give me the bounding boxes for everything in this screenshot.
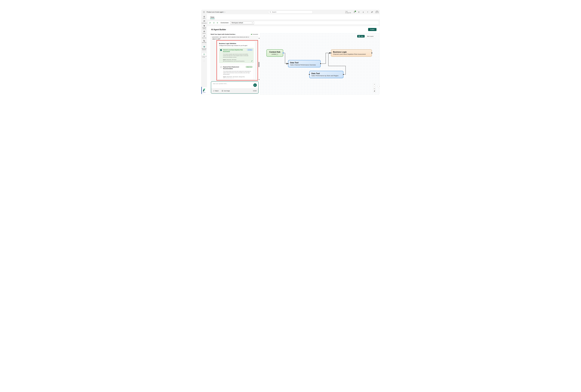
tab-selected-indicator [210,18,214,19]
publish-button[interactable]: Publish [368,28,376,31]
connection-status: Connected [251,34,258,35]
app-window: Product out of stock agent Trial: 56 day… [201,10,380,94]
chat-input-footer: Attach Use Image 0/1500 [211,88,258,93]
sidebar-item-workloads[interactable]: Workloads [202,40,207,43]
attach-button[interactable]: Attach [213,90,218,92]
home-icon [203,15,205,17]
top-bar-left: Product out of stock agent [201,11,226,13]
image-icon [222,90,223,92]
app-launcher-icon[interactable] [203,11,205,13]
notification-badge: 1 [355,10,356,12]
app-title-dropdown[interactable]: Product out of stock agent [206,11,226,13]
auto-layout-button[interactable]: Auto Layout [366,35,375,37]
save-button[interactable]: Save [357,35,365,37]
screenshot-root: Product out of stock agent Trial: 56 day… [200,0,382,102]
scrollbar-thumb[interactable] [258,62,259,67]
environment-row: Environment Workspace default [207,20,380,25]
question-icon: ? [367,11,368,13]
char-counter: 0/1500 [253,90,256,91]
help-button[interactable]: ? [366,11,368,13]
lock-button[interactable] [373,90,376,92]
module-checkbox-checked[interactable] [220,49,222,51]
sidebar-item-home[interactable]: Home [202,15,207,19]
feedback-button[interactable] [371,11,373,13]
chat-scroll-region[interactable]: parameters" say "approve" when satisfied… [210,36,258,81]
use-image-button[interactable]: Use Image [222,90,230,92]
search-input[interactable] [272,11,312,13]
node-context-hub[interactable]: Context Hub context_1 [266,49,283,57]
chevron-down-icon [224,11,226,13]
top-bar: Product out of stock agent Trial: 56 day… [201,10,380,14]
app-title: Product out of stock agent [206,11,224,13]
panel-title: Build Your Agent with Guided Interface [211,33,236,35]
node-data-tool-1[interactable]: Data Tool Sales Channel Performance Over… [288,60,320,67]
realtime-icon [203,35,205,37]
zoom-in-button[interactable]: + [373,83,376,85]
fit-view-button[interactable] [373,88,376,90]
node-data-tool-2[interactable]: Data Tool Sales Performance by Store and… [309,71,343,78]
module-inputs: Inputs: @StartDateID, @EndDateID, @Regio… [223,76,247,78]
workspaces-icon [203,20,205,22]
module-description: This module evaluates sales trends by ch… [223,53,252,58]
tab-home[interactable]: Home [208,16,216,20]
module-regional-replacement[interactable]: Regional Stock Replacement Recommendatio… [219,65,254,79]
fabric-logo-icon [203,88,205,91]
chevron-down-icon [252,22,253,23]
sidebar-item-product-out-of-stock-agent[interactable]: Product out of stock ... [202,53,206,58]
nav-rail: Home Workspaces OneLake catalog Monitor … [201,14,207,94]
environment-dropdown[interactable]: Workspace default [230,21,254,24]
sidebar-item-onelake-catalog[interactable]: OneLake catalog [202,25,207,29]
zoom-out-button[interactable]: − [373,85,376,88]
feedback-icon [371,11,373,13]
question-input[interactable] [213,83,248,84]
send-plane-icon [254,84,256,86]
tab-strip: Home [207,14,380,20]
download-button[interactable] [362,11,364,13]
environment-value: Workspace default [232,22,243,23]
panel-scrollbar [258,38,260,80]
chevron-left-icon [379,86,380,87]
sidebar-more-button[interactable]: ... [203,60,205,61]
notifications-button[interactable]: 1 [353,11,355,13]
sidebar-item-real-time[interactable]: Real-Time [202,35,207,38]
env-settings-icon[interactable] [216,22,218,24]
agent-canvas[interactable]: Save Auto Layout Context Hub context_1 D… [260,33,380,94]
sidebar-item-monitor[interactable]: Monitor [202,30,207,34]
chat-input-box: Attach Use Image 0/1500 [211,81,258,94]
sidebar-item-workspace-dwon-lucid-fabrictest[interactable]: dwon-lucid-fabrictest [202,46,207,50]
fabric-label: Fabric [203,92,206,93]
module-description: This module predicts store-level stock r… [223,71,252,75]
paperclip-icon [213,90,214,92]
avatar[interactable] [376,10,378,14]
chat-message: adjust or add? [212,38,256,40]
run-icon[interactable] [209,22,211,24]
onelake-icon [203,25,205,27]
module-inputs-clipped: @ThresholdSalesAmount [223,78,247,78]
builder-main: AI Agent Builder Publish Build Your Agen… [207,26,380,94]
gear-icon [358,11,360,13]
status-dot-icon [251,34,252,35]
send-button[interactable] [253,83,257,87]
search-box[interactable] [268,10,312,13]
sidebar-item-workspaces[interactable]: Workspaces [202,20,207,24]
module-channel-level-risk[interactable]: Channel-Level Stock Depletion Risk Asses… [219,48,254,63]
module-title: Channel-Level Stock Depletion Risk Asses… [223,49,246,52]
settings-button[interactable] [358,11,360,13]
prediction-badge: PREDICTION [246,66,252,68]
content-area: Home Environment Workspace default AI Ag… [207,14,380,94]
panel-header: Build Your Agent with Guided Interface C… [210,33,260,35]
module-checkbox-unchecked[interactable] [220,66,222,68]
criteria-badge: CRITERIA [247,49,253,51]
node-business-logic[interactable]: Business Logic Channel-Level Stock Deple… [331,49,372,57]
agent-app-icon [203,53,205,55]
panel-collapse-handle[interactable] [378,84,380,88]
arrowhead-icon [286,63,288,64]
scroll-up-arrow[interactable] [258,38,260,38]
canvas-zoom-controls: + − [373,83,376,92]
arrowhead-icon [329,52,331,54]
section-subtitle: Configure the business logic modules for… [219,45,254,46]
edit-pencil-icon[interactable] [251,60,252,62]
scroll-down-arrow[interactable] [258,79,260,80]
refresh-icon[interactable] [213,22,215,24]
save-floppy-icon [358,35,360,37]
